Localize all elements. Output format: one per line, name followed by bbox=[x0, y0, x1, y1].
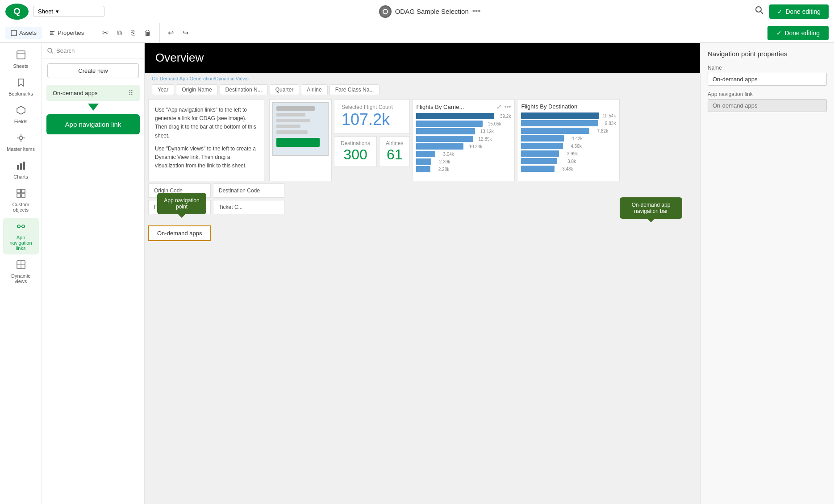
nav-box-container: On-demand apps App navigation point bbox=[148, 225, 211, 241]
content-row-1: Use "App navigation links" to the left t… bbox=[145, 97, 700, 183]
search-icon[interactable] bbox=[755, 6, 764, 17]
search-icon bbox=[47, 48, 54, 54]
sidebar-item-fields[interactable]: Fields bbox=[3, 102, 39, 128]
sidebar-item-app-nav-links[interactable]: App navigation links bbox=[3, 218, 39, 254]
sidebar-item-bookmarks[interactable]: Bookmarks bbox=[3, 74, 39, 100]
toolbar-divider2 bbox=[159, 23, 160, 42]
svg-rect-22 bbox=[21, 189, 25, 193]
overview-header: Overview bbox=[145, 43, 700, 73]
app-nav-link-label: App navigation link bbox=[708, 91, 827, 97]
right-panel: Navigation point properties Name App nav… bbox=[700, 43, 834, 504]
filter-quarter[interactable]: Quarter bbox=[270, 84, 300, 95]
filter-fare-class-na[interactable]: Fare Class Na... bbox=[329, 84, 380, 95]
bottom-nav-area: On-demand apps App navigation point On-d… bbox=[145, 221, 700, 246]
search-area bbox=[42, 43, 144, 59]
done-editing-button[interactable]: ✓ Done editing bbox=[769, 4, 829, 19]
on-demand-apps-label: On-demand apps bbox=[53, 90, 97, 96]
destinations-label: Destinations bbox=[341, 140, 370, 146]
filter-bar: Year Origin Name Destination N... Quarte… bbox=[148, 83, 696, 97]
search-input[interactable] bbox=[56, 47, 139, 54]
chart1-bars: 39.2k 15.05k 13.12k 12.89k 10.24k 3.04k … bbox=[416, 113, 511, 172]
toolbar: Assets Properties ✂ ⧉ ⎘ 🗑 ↩ ↪ ✓ Done edi… bbox=[0, 23, 834, 43]
overview-title: Overview bbox=[155, 51, 204, 64]
redo-button[interactable]: ↪ bbox=[179, 26, 192, 40]
assets-tab[interactable]: Assets bbox=[5, 27, 42, 39]
main-layout: Sheets Bookmarks Fields Master items Cha… bbox=[0, 43, 834, 504]
destinations-value: 300 bbox=[343, 146, 367, 163]
chart1-title: Flights By Carrie... bbox=[416, 104, 464, 110]
master-items-icon bbox=[16, 133, 26, 145]
done-editing-label: Done editing bbox=[785, 8, 821, 15]
airlines-value: 61 bbox=[387, 146, 403, 163]
sheet-dropdown[interactable]: Sheet ▾ bbox=[33, 6, 104, 17]
topbar: Q Sheet ▾ ODAG Sample Selection ••• ✓ Do… bbox=[0, 0, 834, 23]
destinations-card: Destinations 300 bbox=[334, 136, 377, 167]
sidebar-item-master-items[interactable]: Master items bbox=[3, 129, 39, 155]
sheet-dropdown-label: Sheet bbox=[38, 8, 53, 15]
more-icon[interactable]: ••• bbox=[505, 103, 511, 110]
main-content: Overview On Demand App Generation/Dynami… bbox=[145, 43, 700, 504]
chart2-title: Flights By Destination bbox=[521, 103, 577, 110]
grid-dots-icon: ⠿ bbox=[128, 89, 133, 97]
breadcrumb[interactable]: On Demand App Generation/Dynamic Views bbox=[148, 75, 696, 83]
fare-class-row: Fare Class Ticket C... bbox=[145, 200, 700, 217]
paste-button[interactable]: ⎘ bbox=[127, 26, 139, 40]
filter-origin-name[interactable]: Origin Name bbox=[176, 84, 217, 95]
svg-point-13 bbox=[19, 136, 23, 140]
flight-count-value: 107.2k bbox=[342, 110, 390, 129]
custom-objects-icon bbox=[16, 188, 26, 200]
svg-rect-8 bbox=[50, 33, 53, 33]
destination-code-cell: Destination Code bbox=[213, 183, 284, 198]
sheets-icon bbox=[16, 50, 26, 62]
name-field-label: Name bbox=[708, 65, 827, 71]
svg-rect-20 bbox=[23, 162, 25, 170]
delete-button[interactable]: 🗑 bbox=[141, 26, 155, 40]
bookmarks-icon bbox=[16, 78, 26, 90]
ticket-c-cell: Ticket C... bbox=[213, 200, 284, 214]
svg-point-31 bbox=[48, 48, 52, 52]
sidebar-master-items-label: Master items bbox=[7, 146, 35, 152]
svg-rect-9 bbox=[50, 34, 54, 35]
svg-rect-24 bbox=[21, 194, 25, 197]
fields-icon bbox=[16, 105, 26, 117]
sidebar-item-charts[interactable]: Charts bbox=[3, 157, 39, 183]
toolbar-divider1 bbox=[94, 23, 94, 42]
svg-point-26 bbox=[22, 225, 25, 228]
assets-panel: Create new On-demand apps ⠿ App navigati… bbox=[42, 43, 145, 504]
expand-icon[interactable]: ⤢ bbox=[496, 103, 502, 110]
chart1-header: Flights By Carrie... ⤢ ••• bbox=[416, 103, 511, 110]
stats-column: Selected Flight Count 107.2k Destination… bbox=[334, 99, 410, 181]
chevron-down-icon: ▾ bbox=[56, 8, 59, 15]
qlik-logo: Q bbox=[5, 4, 29, 20]
svg-point-25 bbox=[17, 225, 20, 228]
filter-year[interactable]: Year bbox=[152, 84, 174, 95]
name-input[interactable] bbox=[708, 73, 827, 86]
sidebar-item-sheets[interactable]: Sheets bbox=[3, 46, 39, 72]
svg-rect-19 bbox=[20, 163, 22, 170]
filter-destination-n[interactable]: Destination N... bbox=[220, 84, 268, 95]
app-nav-link-value: On-demand apps bbox=[708, 99, 827, 112]
copy-button[interactable]: ⧉ bbox=[113, 26, 125, 40]
flight-count-label: Selected Flight Count bbox=[342, 104, 393, 110]
done-editing-toolbar-button[interactable]: ✓ Done editing bbox=[767, 26, 829, 40]
info-card: Use "App navigation links" to the left t… bbox=[148, 99, 264, 181]
sidebar-bookmarks-label: Bookmarks bbox=[8, 91, 33, 96]
filter-airline[interactable]: Airline bbox=[301, 84, 327, 95]
topbar-center: ODAG Sample Selection ••• bbox=[109, 5, 751, 18]
undo-button[interactable]: ↩ bbox=[164, 26, 177, 40]
on-demand-apps-nav-box[interactable]: On-demand apps bbox=[148, 225, 211, 241]
chart2-bars: 10.54k 9.83k 7.82k 4.42k 4.36k 3.99k 3.8… bbox=[521, 112, 616, 172]
cut-button[interactable]: ✂ bbox=[99, 26, 112, 40]
app-navigation-link-card[interactable]: App navigation link bbox=[46, 114, 140, 134]
chart1-icons: ⤢ ••• bbox=[496, 103, 511, 110]
on-demand-apps-item[interactable]: On-demand apps ⠿ bbox=[46, 85, 140, 101]
checkmark-toolbar-icon: ✓ bbox=[776, 29, 782, 37]
sidebar-item-custom-objects[interactable]: Custom objects bbox=[3, 185, 39, 216]
properties-tab[interactable]: Properties bbox=[44, 27, 89, 39]
sidebar-item-dynamic-views[interactable]: Dynamic views bbox=[3, 256, 39, 287]
create-new-button[interactable]: Create new bbox=[47, 63, 139, 78]
sidebar-app-nav-links-label: App navigation links bbox=[6, 235, 36, 251]
sidebar-custom-objects-label: Custom objects bbox=[6, 202, 36, 212]
sidebar-fields-label: Fields bbox=[14, 119, 27, 124]
more-options-icon[interactable]: ••• bbox=[472, 7, 481, 16]
